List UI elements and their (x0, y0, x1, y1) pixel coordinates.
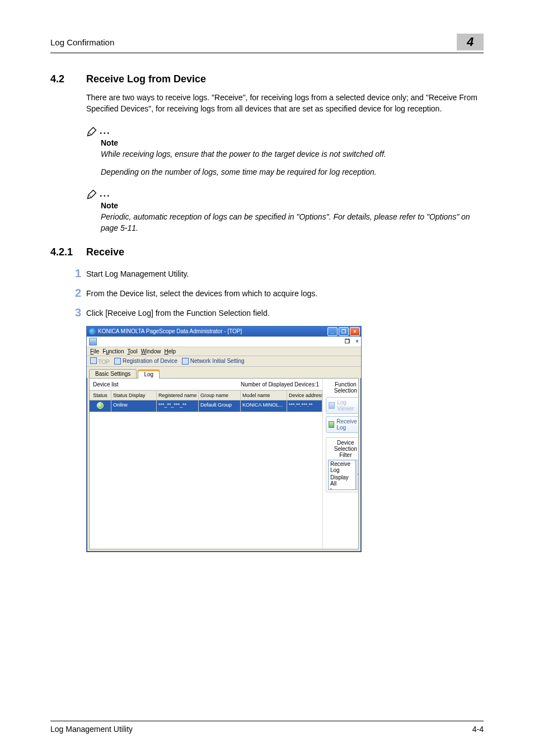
toolbar: TOP Registration of Device Network Initi… (87, 356, 361, 367)
note-text: Periodic, automatic reception of logs ca… (101, 211, 484, 234)
step-text: From the Device list, select the devices… (86, 287, 317, 300)
receive-log-button[interactable]: Receive Log (326, 416, 359, 433)
note-label: Note (101, 201, 484, 210)
note-block: ... Note Periodic, automatic reception o… (86, 189, 484, 234)
menu-tool[interactable]: Tool (127, 348, 137, 354)
menubar: File Function Tool Window Help (87, 347, 361, 356)
filter-item[interactable]: Display All (329, 474, 355, 487)
window-titlebar: KONICA MINOLTA PageScope Data Administra… (87, 326, 361, 337)
pencil-icon (86, 189, 97, 200)
device-grid: Status Status Display Registered name Gr… (90, 390, 322, 412)
filter-listbox[interactable]: Receive Log Display All Log Viewer Recei… (328, 460, 356, 490)
menu-function[interactable]: Function (102, 348, 124, 354)
function-selection-title: Function Selection (326, 381, 359, 394)
function-selection-pane: Function Selection Log Viewer Receive Lo… (322, 379, 359, 549)
menu-help[interactable]: Help (164, 348, 176, 354)
step-number: 3 (75, 306, 85, 319)
maximize-button[interactable]: ❐ (339, 327, 349, 336)
subsection-number: 4.2.1 (50, 246, 86, 258)
device-list-label: Device list (93, 381, 119, 388)
note-text: Depending on the number of logs, some ti… (101, 166, 484, 178)
pencil-icon (86, 126, 97, 137)
footer-right: 4-4 (472, 725, 484, 734)
col-device-address[interactable]: Device address (287, 390, 322, 400)
scroll-down-button[interactable]: ▾ (356, 460, 359, 490)
minimize-button[interactable]: _ (327, 327, 338, 336)
filter-title: Device Selection Filter (328, 440, 359, 458)
tabstrip: Basic Settings Log (87, 367, 361, 378)
mdi-close-button[interactable]: × (353, 338, 361, 346)
table-row[interactable]: Online ***_**_***_** Default Group KONIC… (90, 400, 322, 412)
col-registered-name[interactable]: Registered name (157, 390, 199, 400)
window-title: KONICA MINOLTA PageScope Data Administra… (98, 328, 326, 334)
toolbar-top: TOP (90, 357, 110, 365)
toolbar-network-setting[interactable]: Network Initial Setting (182, 358, 245, 365)
device-list-pane: Device list Number of Displayed Devices:… (90, 379, 322, 549)
step-text: Start Log Management Utility. (86, 267, 189, 280)
section-title: Receive Log from Device (86, 73, 206, 85)
close-button[interactable]: × (350, 327, 360, 336)
section-number: 4.2 (50, 73, 86, 85)
mdi-restore-button[interactable]: ❐ (343, 338, 351, 346)
step-text: Click [Receive Log] from the Function Se… (86, 306, 270, 319)
col-model-name[interactable]: Model name (241, 390, 287, 400)
device-count: Number of Displayed Devices:1 (241, 381, 319, 388)
chapter-number-badge: 4 (457, 34, 484, 50)
note-dots: ... (100, 126, 110, 137)
filter-item[interactable]: Log Viewer (329, 487, 355, 490)
col-status[interactable]: Status (90, 390, 111, 400)
status-online-icon (97, 402, 104, 409)
cell-registered-name: ***_**_***_** (157, 400, 199, 412)
log-viewer-button[interactable]: Log Viewer (326, 397, 359, 414)
note-text: While receiving logs, ensure that the po… (101, 148, 484, 160)
step-number: 1 (75, 267, 85, 280)
device-selection-filter: Device Selection Filter Receive Log Disp… (326, 437, 359, 492)
app-logo-icon (89, 328, 96, 335)
cell-device-address: ***.**.***.** (287, 400, 322, 412)
menu-window[interactable]: Window (141, 348, 161, 354)
note-dots: ... (100, 189, 110, 200)
subsection-title: Receive (86, 246, 124, 258)
running-head-title: Log Confirmation (50, 38, 450, 47)
note-label: Note (101, 138, 484, 147)
menu-file[interactable]: File (90, 348, 99, 354)
col-status-display[interactable]: Status Display (111, 390, 157, 400)
mdi-child-titlebar: ❐ × (87, 337, 361, 347)
tab-log[interactable]: Log (138, 370, 160, 379)
toolbar-registration[interactable]: Registration of Device (114, 358, 177, 365)
tab-basic-settings[interactable]: Basic Settings (89, 369, 137, 378)
footer-left: Log Management Utility (50, 725, 133, 734)
log-viewer-icon (329, 402, 335, 409)
note-block: ... Note While receiving logs, ensure th… (86, 126, 484, 178)
cell-group-name: Default Group (199, 400, 241, 412)
step-number: 2 (75, 287, 85, 300)
mdi-app-icon (89, 338, 97, 346)
cell-model-name: KONICA MINOL... (241, 400, 287, 412)
section-body: There are two ways to receive logs. "Rec… (86, 92, 484, 115)
receive-log-icon (329, 421, 334, 428)
filter-item[interactable]: Receive Log (329, 460, 355, 474)
app-window: KONICA MINOLTA PageScope Data Administra… (86, 326, 362, 552)
col-group-name[interactable]: Group name (199, 390, 241, 400)
cell-status-display: Online (111, 400, 157, 412)
